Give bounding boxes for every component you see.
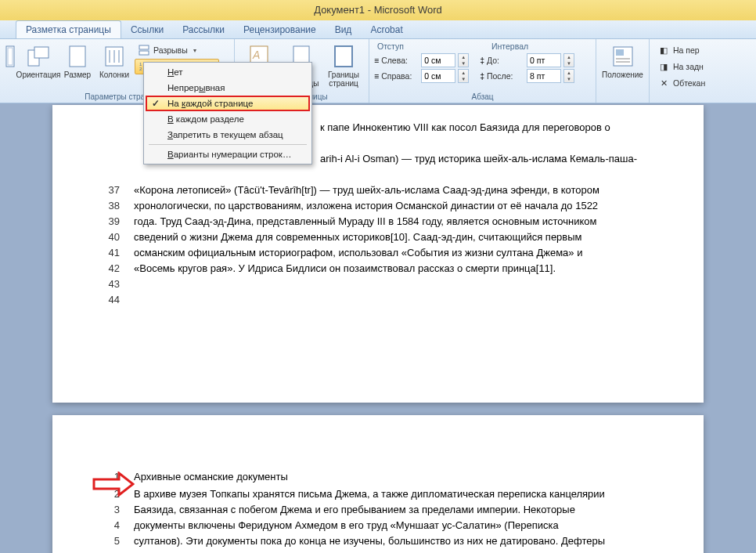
menu-options[interactable]: Варианты нумерации строк… (146, 146, 310, 162)
back-icon: ◨ (657, 60, 670, 73)
doc-line[interactable]: 43 (99, 277, 680, 291)
spacing-after-icon: ‡ (480, 71, 484, 81)
indent-left-spinner[interactable]: ▲▼ (458, 53, 469, 67)
line-number: 39 (99, 215, 120, 229)
line-text: «Восемь кругов рая». У Идриса Бидлиси он… (134, 262, 680, 276)
tab-mailings[interactable]: Рассылки (173, 21, 234, 38)
menu-each-section[interactable]: В каждом разделе (146, 111, 310, 127)
svg-rect-3 (34, 47, 49, 58)
group-paragraph-label: Абзац (374, 92, 591, 103)
line-number: 5 (99, 534, 120, 548)
columns-icon (102, 44, 127, 69)
tab-page-layout[interactable]: Разметка страницы (16, 20, 121, 38)
line-text: султанов). Эти документы пока до конца н… (134, 534, 680, 548)
line-text (134, 293, 680, 307)
svg-rect-20 (335, 46, 352, 67)
menu-continuous[interactable]: Непрерывная (146, 80, 310, 96)
doc-line[interactable]: arih-i Al-i Osman) — труд историка шейх-… (320, 152, 680, 166)
doc-line[interactable]: 2В архиве музея Топкапы хранятся письма … (99, 487, 680, 501)
doc-line[interactable]: 4документы включены Феридуном Ахмедом в … (99, 519, 680, 533)
front-icon: ◧ (657, 44, 670, 56)
margins-button[interactable] (5, 41, 16, 69)
svg-rect-18 (293, 46, 309, 63)
spacing-before-icon: ‡ (480, 56, 484, 65)
doc-line[interactable]: к папе Иннокентию VIII как посол Баязида… (320, 121, 680, 135)
doc-line[interactable]: 37«Корона летописей» (Tâcü't-Tevârîh[tr]… (99, 183, 680, 197)
spacing-after-value[interactable]: 8 пт (527, 69, 561, 83)
annotation-arrow (92, 472, 135, 497)
tab-references[interactable]: Ссылки (121, 21, 173, 38)
spacing-before-spinner[interactable]: ▲▼ (563, 53, 574, 67)
line-number: 44 (99, 293, 120, 307)
line-number: 41 (99, 246, 120, 260)
size-button[interactable]: Размер (61, 41, 94, 79)
position-icon (610, 44, 635, 69)
line-text: «Корона летописей» (Tâcü't-Tevârîh[tr]) … (134, 183, 680, 197)
doc-line[interactable]: 41османским официальным историографом, и… (99, 246, 680, 260)
page-borders-icon (331, 44, 356, 69)
spacing-after-spinner[interactable]: ▲▼ (563, 69, 574, 83)
title-bar: Документ1 - Microsoft Word (0, 0, 756, 20)
line-text: года. Труд Саад-эд-Дина, представленный … (134, 215, 680, 229)
spacing-before-row: ‡ До: 0 пт ▲▼ (480, 52, 574, 68)
doc-line[interactable]: 3Баязида, связанная с побегом Джема и ег… (99, 503, 680, 517)
indent-title: Отступ (377, 42, 404, 51)
indent-right-spinner[interactable]: ▲▼ (458, 69, 469, 83)
send-back-button[interactable]: ◨На задн (654, 59, 708, 74)
doc-line[interactable]: 44 (99, 293, 680, 307)
line-number: 38 (99, 199, 120, 213)
svg-rect-10 (139, 51, 149, 55)
doc-line[interactable]: 5султанов). Эти документы пока до конца … (99, 534, 680, 548)
svg-text:A: A (252, 49, 260, 61)
position-button[interactable]: Положение (601, 41, 644, 79)
line-text: османским официальным историографом, исп… (134, 246, 680, 260)
line-text: Баязида, связанная с побегом Джема и его… (134, 503, 680, 517)
spacing-title: Интервал (491, 42, 528, 51)
spacing-after-row: ‡ После: 8 пт ▲▼ (480, 68, 574, 84)
page-2[interactable]: 1Архивные османские документы2В архиве м… (52, 415, 704, 553)
line-text: В архиве музея Топкапы хранятся письма Д… (134, 487, 680, 501)
columns-button[interactable]: Колонки (97, 41, 131, 79)
indent-left-row: ≡ Слева: 0 см ▲▼ (374, 52, 469, 68)
line-text (134, 277, 680, 291)
breaks-button[interactable]: Разрывы (135, 42, 219, 58)
menu-none[interactable]: Нет (146, 64, 310, 80)
line-text: документы включены Феридуном Ахмедом в е… (134, 519, 680, 533)
tab-review[interactable]: Рецензирование (234, 21, 326, 38)
size-icon (65, 44, 90, 69)
line-numbers-menu: Нет Непрерывная На каждой странице В каж… (143, 62, 312, 164)
menu-suppress[interactable]: Запретить в текущем абзац (146, 127, 310, 143)
doc-line[interactable]: 38хронологически, по царствованиям, изло… (99, 199, 680, 213)
orientation-icon (26, 44, 51, 69)
doc-line[interactable]: 1Архивные османские документы (99, 470, 680, 484)
menu-separator (149, 144, 307, 145)
svg-rect-9 (139, 45, 149, 49)
indent-left-icon: ≡ (374, 56, 379, 65)
line-number: 4 (99, 519, 120, 533)
spacing-before-value[interactable]: 0 пт (527, 53, 561, 67)
line-number: 37 (99, 183, 120, 197)
svg-rect-22 (616, 49, 624, 56)
line-text: хронологически, по царствованиям, изложе… (134, 199, 680, 213)
text-wrap-button[interactable]: ✕Обтекан (654, 75, 708, 91)
page-borders-button[interactable]: Границы страниц (324, 41, 363, 88)
wrap-icon: ✕ (657, 77, 670, 89)
tab-acrobat[interactable]: Acrobat (361, 21, 412, 38)
indent-left-value[interactable]: 0 см (421, 53, 455, 67)
line-number: 43 (99, 277, 120, 291)
orientation-button[interactable]: Ориентация (19, 41, 58, 79)
doc-line[interactable] (320, 136, 680, 150)
menu-each-page[interactable]: На каждой странице (146, 96, 310, 111)
ribbon: Ориентация Размер Колонки Разрывы 12 Ном… (0, 39, 756, 103)
svg-text:2: 2 (139, 67, 142, 71)
indent-right-value[interactable]: 0 см (421, 69, 455, 83)
tab-view[interactable]: Вид (326, 21, 362, 38)
indent-right-row: ≡ Справа: 0 см ▲▼ (374, 68, 469, 84)
doc-line[interactable]: 42«Восемь кругов рая». У Идриса Бидлиси … (99, 262, 680, 276)
line-number: 40 (99, 230, 120, 244)
line-text: Архивные османские документы (134, 470, 680, 484)
doc-line[interactable]: 40сведений о жизни Джема для современных… (99, 230, 680, 244)
svg-rect-4 (70, 46, 85, 67)
doc-line[interactable]: 39года. Труд Саад-эд-Дина, представленны… (99, 215, 680, 229)
bring-front-button[interactable]: ◧На пер (654, 42, 708, 58)
